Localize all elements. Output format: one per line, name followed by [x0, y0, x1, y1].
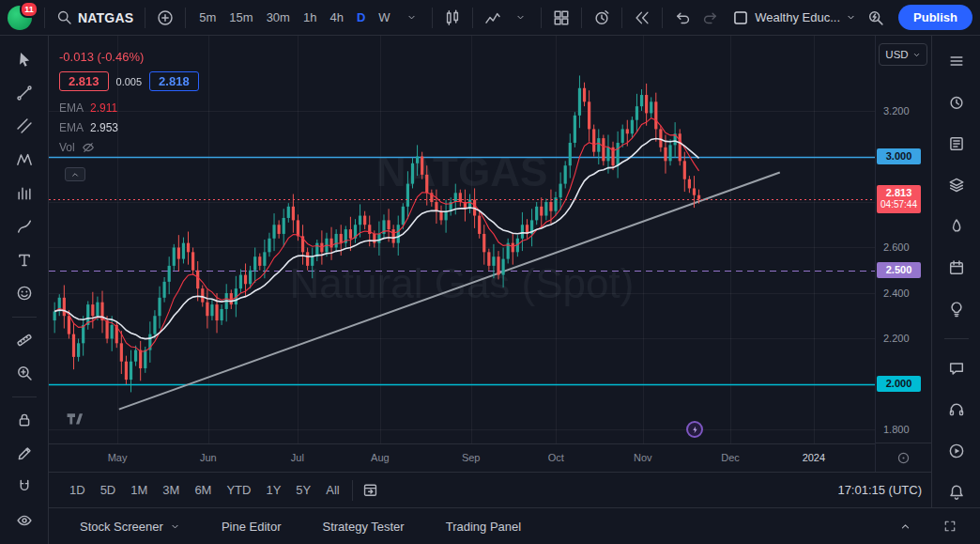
- chat-button[interactable]: [943, 354, 970, 382]
- chart-style-button[interactable]: [439, 5, 466, 31]
- undo-button[interactable]: [669, 5, 696, 31]
- ema-label: EMA: [59, 101, 84, 115]
- hotlist-button[interactable]: [943, 212, 970, 241]
- ema-fast-legend[interactable]: EMA 2.911: [59, 101, 199, 115]
- multichart-layout-button[interactable]: [548, 5, 574, 31]
- quick-search-button[interactable]: [863, 5, 889, 31]
- indicators-button[interactable]: [480, 5, 506, 31]
- price-line-badge-3.000[interactable]: 3.000: [877, 148, 921, 164]
- watchlist-button[interactable]: [943, 47, 970, 75]
- brush-icon: [16, 218, 33, 235]
- publish-button[interactable]: Publish: [898, 5, 972, 30]
- divider: [185, 8, 186, 28]
- magnet-button[interactable]: [11, 474, 38, 500]
- price-change: -0.013 (-0.46%): [59, 50, 199, 64]
- buy-price-button[interactable]: 2.818: [149, 71, 199, 91]
- currency-dropdown[interactable]: USD: [879, 43, 927, 66]
- ema-slow-legend[interactable]: EMA 2.953: [59, 121, 199, 134]
- time-axis[interactable]: MayJunJulAugSepOctNovDec2024: [49, 443, 875, 472]
- interval-w-button[interactable]: W: [372, 5, 396, 31]
- trend-line-button[interactable]: [11, 81, 38, 106]
- interval-d-button[interactable]: D: [350, 5, 372, 31]
- range-1d-button[interactable]: 1D: [62, 480, 93, 500]
- range-3m-button[interactable]: 3M: [155, 480, 187, 500]
- indicators-icon: [484, 9, 501, 26]
- pencil-button[interactable]: [11, 441, 38, 466]
- cursor-button[interactable]: [11, 47, 38, 72]
- emoji-button[interactable]: [11, 281, 38, 306]
- pencil-icon: [16, 445, 33, 462]
- layout-menu-button[interactable]: Wealthy Educ...: [727, 5, 861, 31]
- scale-settings-icon[interactable]: [896, 451, 911, 465]
- layout-name: Wealthy Educ...: [755, 10, 840, 24]
- range-1y-button[interactable]: 1Y: [258, 480, 288, 500]
- eye-button[interactable]: [11, 507, 38, 533]
- account-avatar[interactable]: 11: [8, 6, 32, 30]
- brush-button[interactable]: [11, 214, 38, 240]
- idea-button[interactable]: [943, 295, 970, 323]
- tab-label: Pine Editor: [222, 520, 282, 534]
- price-line-badge-2.000[interactable]: 2.000: [877, 376, 921, 392]
- calendar-button[interactable]: [943, 254, 970, 282]
- maximize-panel-button[interactable]: [937, 513, 963, 539]
- current-price-badge[interactable]: 2.81304:57:44: [877, 185, 921, 213]
- currency-label: USD: [885, 49, 908, 60]
- volume-legend[interactable]: Vol: [59, 141, 199, 154]
- interval-5m-button[interactable]: 5m: [192, 5, 222, 31]
- tab-strategy-tester[interactable]: Strategy Tester: [322, 520, 404, 534]
- range-6m-button[interactable]: 6M: [187, 480, 219, 500]
- tab-trading-panel[interactable]: Trading Panel: [446, 520, 521, 534]
- time-label-sep: Sep: [462, 452, 481, 463]
- price-line-badge-2.500[interactable]: 2.500: [877, 262, 921, 278]
- layers-button[interactable]: [943, 171, 970, 199]
- range-5d-button[interactable]: 5D: [93, 480, 124, 500]
- alerts-button[interactable]: [943, 88, 970, 117]
- news-button[interactable]: [943, 130, 970, 158]
- price-label-3.200: 3.200: [883, 105, 910, 117]
- channel-button[interactable]: [11, 114, 38, 139]
- create-alert-button[interactable]: [589, 5, 615, 31]
- range-all-button[interactable]: All: [318, 480, 346, 500]
- chevron-down-icon: [912, 51, 921, 59]
- spread-value: 0.005: [116, 76, 143, 87]
- bar-replay-button[interactable]: [629, 5, 655, 31]
- tradingview-logo[interactable]: [63, 411, 87, 428]
- tab-stock-screener[interactable]: Stock Screener: [80, 520, 180, 534]
- text-button[interactable]: [11, 247, 38, 272]
- symbol-search-button[interactable]: NATGAS: [52, 5, 138, 31]
- range-1m-button[interactable]: 1M: [123, 480, 155, 500]
- zoom-button[interactable]: [11, 361, 38, 386]
- price-scale[interactable]: USD 3.2002.6002.4002.2001.8003.0002.5002…: [875, 36, 931, 472]
- collapse-panel-button[interactable]: [892, 513, 918, 539]
- eye-icon: [16, 512, 33, 529]
- ruler-button[interactable]: [11, 328, 38, 353]
- headset-button[interactable]: [943, 396, 970, 424]
- bell-button[interactable]: [943, 478, 970, 506]
- divider: [12, 396, 37, 397]
- indicators-dropdown-button[interactable]: [508, 5, 534, 31]
- interval-1h-button[interactable]: 1h: [297, 5, 323, 31]
- bars-pattern-button[interactable]: [11, 180, 38, 206]
- range-ytd-button[interactable]: YTD: [219, 480, 258, 500]
- interval-15m-button[interactable]: 15m: [222, 5, 259, 31]
- range-5y-button[interactable]: 5Y: [288, 480, 318, 500]
- interval-30m-button[interactable]: 30m: [260, 5, 297, 31]
- go-to-date-button[interactable]: [358, 477, 384, 504]
- eye-slash-icon[interactable]: [82, 141, 95, 154]
- redo-button[interactable]: [697, 5, 724, 31]
- tab-pine-editor[interactable]: Pine Editor: [222, 520, 282, 534]
- legend-collapse-button[interactable]: [65, 167, 85, 181]
- chevron-down-icon: [846, 12, 856, 23]
- interval-dropdown-button[interactable]: [399, 5, 425, 31]
- divider: [44, 8, 45, 28]
- stream-button[interactable]: [943, 437, 970, 465]
- xabcd-button[interactable]: [11, 148, 38, 173]
- compare-add-symbol-button[interactable]: [152, 5, 178, 31]
- headset-icon: [948, 401, 965, 418]
- sell-price-button[interactable]: 2.813: [59, 71, 109, 91]
- time-label-dec: Dec: [721, 452, 740, 463]
- lock-button[interactable]: [11, 408, 38, 433]
- interval-4h-button[interactable]: 4h: [323, 5, 349, 31]
- clock[interactable]: 17:01:15 (UTC): [837, 483, 922, 497]
- chart-legend: -0.013 (-0.46%) 2.813 0.005 2.818 EMA 2.…: [59, 50, 199, 161]
